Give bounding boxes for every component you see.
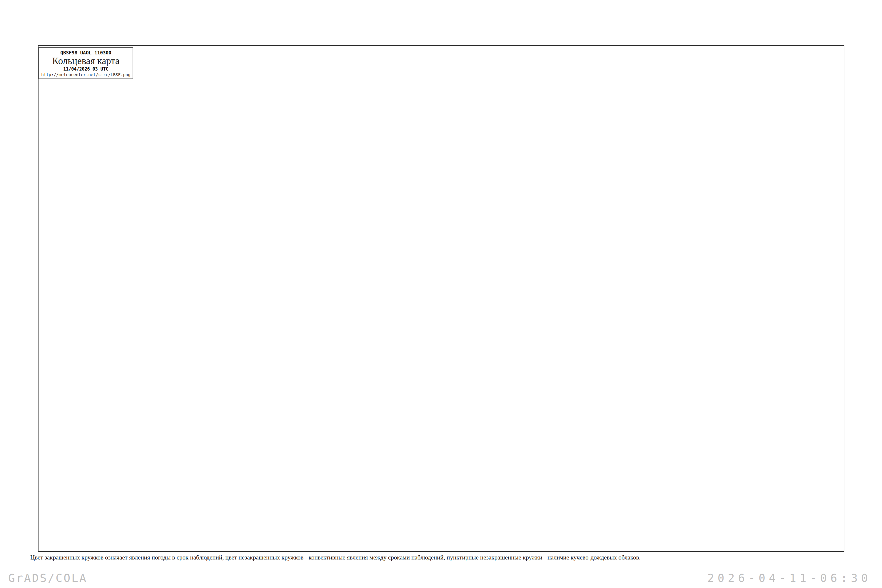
station-value: 96 bbox=[539, 36, 545, 43]
station-plot bbox=[738, 11, 744, 29]
title-box: QBSF98 UAOL 110300 Кольцевая карта 11/04… bbox=[39, 47, 133, 79]
station-value: 10 bbox=[567, 27, 573, 33]
station-plot bbox=[484, 30, 495, 47]
map-title: Кольцевая карта bbox=[39, 56, 133, 66]
station-dot bbox=[575, 36, 580, 41]
bulletin-code: QBSF98 UAOL 110300 bbox=[39, 50, 133, 56]
station-plot bbox=[497, 34, 516, 40]
station-plot: 1096148 bbox=[566, 27, 592, 42]
weather-circle bbox=[727, 12, 755, 40]
weather-circle bbox=[466, 14, 499, 47]
weather-map: 1015101510151015101510151015101510201020… bbox=[0, 0, 882, 588]
station-plot bbox=[633, 25, 647, 41]
station-value: 148 bbox=[582, 27, 591, 33]
map-frame bbox=[38, 46, 844, 552]
weather-map-page: 1015101510151015101510151015101510201020… bbox=[0, 0, 882, 588]
station-plot bbox=[480, 18, 494, 33]
weather-circle bbox=[659, 15, 687, 44]
render-timestamp: 2026-04-11-06:30 bbox=[707, 572, 872, 585]
map-datetime: 11/04/2026 03 UTC bbox=[39, 66, 133, 72]
station-dot bbox=[765, 25, 770, 31]
station-value: 250 bbox=[814, 29, 824, 36]
weather-circle bbox=[582, 16, 612, 47]
station-plot bbox=[687, 21, 706, 31]
station-value: 145 bbox=[556, 28, 565, 34]
station-plot bbox=[676, 29, 686, 47]
station-dot bbox=[556, 25, 561, 31]
station-plot: 2996177 bbox=[606, 27, 632, 46]
station-plot bbox=[556, 25, 561, 44]
station-value: 177 bbox=[624, 31, 632, 38]
station-dot bbox=[785, 33, 791, 38]
station-value: -02 bbox=[538, 28, 546, 34]
station-dot bbox=[641, 25, 647, 31]
weather-circle bbox=[752, 13, 783, 43]
station-dot bbox=[807, 39, 813, 44]
cb-cloud-ring bbox=[542, 11, 576, 45]
station-dot bbox=[549, 37, 554, 43]
weather-circle bbox=[686, 12, 719, 44]
weather-circle bbox=[543, 13, 574, 43]
station-dot bbox=[738, 24, 744, 29]
source-url: http://meteocenter.net/circ/LBSF.png bbox=[39, 72, 133, 77]
station-dot bbox=[700, 25, 706, 31]
station-dot bbox=[510, 34, 516, 40]
station-plot bbox=[594, 29, 609, 44]
station-plot bbox=[785, 33, 801, 46]
station-dot bbox=[670, 27, 676, 32]
station-dot bbox=[616, 40, 622, 46]
station-plot bbox=[765, 19, 781, 31]
station-value: 93 bbox=[798, 38, 804, 44]
station-value: 05 bbox=[800, 29, 805, 36]
station-dot bbox=[594, 29, 600, 35]
weather-circle bbox=[628, 13, 659, 43]
station-value: 29 bbox=[608, 31, 614, 38]
station-dot bbox=[480, 28, 485, 34]
grads-credit: GrADS/COLA bbox=[8, 572, 87, 585]
station-value: 22 bbox=[636, 35, 642, 42]
legend-caption: Цвет закрашенных кружков означает явлени… bbox=[30, 554, 854, 561]
station-value: 96 bbox=[566, 35, 571, 42]
station-value: 201 bbox=[651, 35, 660, 42]
cb-cloud-ring bbox=[580, 15, 614, 49]
station-plot bbox=[670, 27, 682, 43]
station-value: 96 bbox=[606, 39, 612, 46]
